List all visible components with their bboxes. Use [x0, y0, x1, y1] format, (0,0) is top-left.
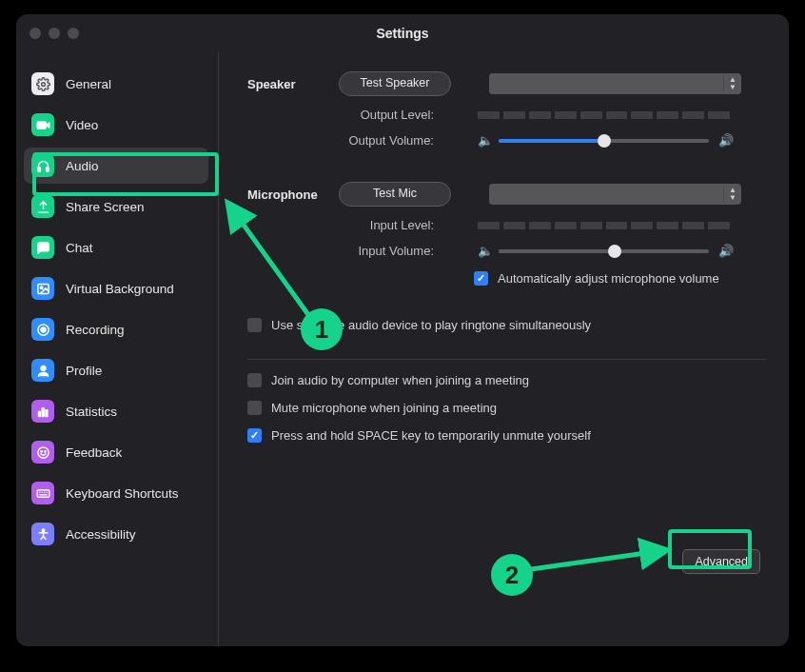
sidebar-item-keyboard-shortcuts[interactable]: Keyboard Shortcuts	[24, 475, 208, 511]
svg-rect-10	[42, 407, 44, 416]
sidebar-item-label: Keyboard Shortcuts	[66, 486, 179, 501]
sidebar-item-statistics[interactable]: Statistics	[24, 393, 208, 429]
close-dot[interactable]	[29, 28, 41, 39]
advanced-button[interactable]: Advanced	[682, 549, 760, 574]
microphone-heading: Microphone	[247, 188, 329, 202]
accessibility-icon	[31, 523, 54, 545]
ringtone-checkbox[interactable]	[247, 318, 262, 332]
input-level-label: Input Level:	[247, 218, 440, 232]
sidebar-item-label: Profile	[66, 364, 102, 378]
svg-point-16	[42, 528, 45, 531]
svg-rect-11	[46, 409, 48, 416]
sidebar-item-general[interactable]: General	[24, 66, 208, 102]
svg-rect-3	[46, 167, 49, 170]
record-icon	[31, 318, 54, 341]
mic-device-select[interactable]: ▲▼	[489, 184, 741, 205]
svg-point-0	[41, 82, 45, 86]
bars-icon	[31, 400, 54, 423]
option-1-label: Mute microphone when joining a meeting	[271, 401, 497, 415]
headphones-icon	[31, 154, 54, 177]
video-icon	[31, 113, 54, 136]
volume-low-icon: 🔈	[478, 133, 489, 148]
svg-rect-9	[38, 411, 40, 416]
auto-adjust-checkbox[interactable]	[474, 271, 488, 286]
sidebar-item-label: Feedback	[66, 445, 122, 460]
smile-icon	[31, 441, 54, 464]
input-level-meter	[478, 222, 730, 229]
sidebar-item-feedback[interactable]: Feedback	[24, 434, 208, 470]
svg-rect-15	[37, 489, 49, 497]
svg-rect-1	[37, 121, 46, 128]
sidebar-item-label: Share Screen	[66, 200, 145, 214]
speaker-device-select[interactable]: ▲▼	[489, 73, 741, 94]
option-2-checkbox[interactable]	[247, 428, 262, 443]
divider	[247, 359, 766, 360]
sidebar-item-audio[interactable]: Audio	[24, 148, 208, 184]
test-mic-button[interactable]: Test Mic	[339, 182, 451, 207]
sidebar-item-label: Chat	[66, 241, 93, 255]
sidebar-item-virtual-background[interactable]: Virtual Background	[24, 270, 208, 306]
option-0-checkbox[interactable]	[247, 373, 262, 387]
auto-adjust-label: Automatically adjust microphone volume	[498, 271, 719, 286]
svg-point-14	[44, 450, 45, 451]
window-title: Settings	[376, 26, 428, 41]
option-0-label: Join audio by computer when joining a me…	[271, 373, 529, 387]
sidebar-item-label: Recording	[66, 323, 125, 337]
audio-panel: Speaker Test Speaker ▲▼ Output Level: Ou…	[219, 52, 789, 646]
user-icon	[31, 359, 54, 382]
output-level-meter	[478, 111, 730, 119]
sidebar-item-recording[interactable]: Recording	[24, 311, 208, 347]
svg-point-12	[37, 446, 48, 457]
svg-point-7	[41, 327, 46, 332]
sidebar-item-accessibility[interactable]: Accessibility	[24, 516, 208, 552]
ringtone-label: Use separate audio device to play ringto…	[271, 318, 591, 332]
titlebar: Settings	[16, 14, 789, 52]
sidebar-item-chat[interactable]: Chat	[24, 229, 208, 266]
svg-point-8	[41, 366, 46, 370]
sidebar-item-label: Statistics	[66, 405, 117, 419]
sidebar-item-label: General	[66, 77, 111, 91]
option-1-checkbox[interactable]	[247, 401, 262, 415]
output-volume-label: Output Volume:	[247, 133, 440, 148]
traffic-lights	[29, 28, 79, 39]
output-volume-slider[interactable]	[499, 139, 709, 143]
volume-low-icon: 🔈	[478, 244, 489, 258]
upload-icon	[31, 195, 54, 218]
image-icon	[31, 277, 54, 300]
volume-high-icon: 🔊	[718, 244, 730, 258]
keyboard-icon	[31, 482, 54, 504]
volume-high-icon: 🔊	[718, 133, 730, 148]
sidebar-item-profile[interactable]: Profile	[24, 352, 208, 388]
sidebar-item-video[interactable]: Video	[24, 107, 208, 143]
option-2-label: Press and hold SPACE key to temporarily …	[271, 428, 591, 443]
chat-icon	[31, 236, 54, 259]
input-volume-label: Input Volume:	[247, 244, 440, 258]
sidebar: General Video Audio Share Screen Chat Vi…	[16, 52, 219, 646]
input-volume-slider[interactable]	[499, 249, 709, 253]
svg-point-5	[40, 287, 43, 289]
gear-icon	[31, 72, 54, 95]
sidebar-item-label: Accessibility	[66, 527, 136, 542]
speaker-heading: Speaker	[247, 77, 329, 91]
sidebar-item-label: Video	[66, 118, 98, 132]
svg-point-13	[41, 450, 42, 451]
sidebar-item-label: Audio	[66, 159, 99, 173]
output-level-label: Output Level:	[247, 108, 440, 122]
settings-window: Settings General Video Audio Share Scree…	[16, 14, 789, 646]
sidebar-item-share-screen[interactable]: Share Screen	[24, 188, 208, 225]
zoom-dot[interactable]	[68, 28, 79, 39]
minimize-dot[interactable]	[49, 28, 60, 39]
test-speaker-button[interactable]: Test Speaker	[339, 71, 451, 96]
sidebar-item-label: Virtual Background	[66, 282, 174, 296]
svg-rect-2	[37, 167, 40, 170]
